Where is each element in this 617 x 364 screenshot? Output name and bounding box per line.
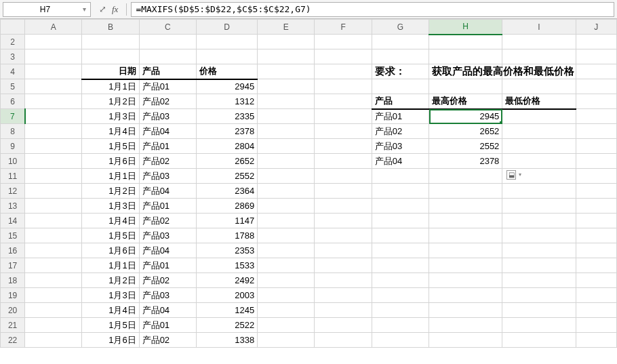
cell-E4[interactable] [258, 64, 315, 79]
cell-H21[interactable] [429, 318, 502, 333]
cell-A9[interactable] [25, 139, 82, 154]
cell-A12[interactable] [25, 184, 82, 199]
spreadsheet-grid[interactable]: ABCDEFGHIJ234日期产品价格要求：获取产品的最高价格和最低价格51月1… [0, 19, 617, 348]
cell-H7[interactable]: 2945 [429, 109, 502, 124]
cell-B19[interactable]: 1月3日 [82, 288, 139, 303]
col-header-D[interactable]: D [196, 20, 257, 35]
cell-D22[interactable]: 1338 [196, 333, 257, 348]
cell-B14[interactable]: 1月4日 [82, 214, 139, 228]
cell-E17[interactable] [258, 258, 315, 273]
cell-D5[interactable]: 2945 [196, 79, 257, 94]
cell-E2[interactable] [258, 35, 315, 49]
row-header-22[interactable]: 22 [1, 333, 25, 348]
cell-J14[interactable] [576, 214, 616, 228]
cell-J6[interactable] [576, 94, 616, 109]
cell-H6[interactable]: 最高价格 [429, 94, 502, 109]
cell-H11[interactable] [429, 169, 502, 184]
row-header-15[interactable]: 15 [1, 228, 25, 243]
cell-A10[interactable] [25, 154, 82, 169]
cell-I13[interactable] [502, 199, 576, 214]
cell-G10[interactable]: 产品04 [372, 154, 429, 169]
cell-H22[interactable] [429, 333, 502, 348]
cell-I7[interactable] [502, 109, 576, 124]
col-header-G[interactable]: G [372, 20, 429, 35]
cell-A22[interactable] [25, 333, 82, 348]
cell-I6[interactable]: 最低价格 [502, 94, 576, 109]
cell-F2[interactable] [315, 35, 372, 49]
cell-D19[interactable]: 2003 [196, 288, 257, 303]
row-header-18[interactable]: 18 [1, 273, 25, 288]
cell-F10[interactable] [315, 154, 372, 169]
cell-C8[interactable]: 产品04 [139, 124, 196, 139]
cell-E10[interactable] [258, 154, 315, 169]
row-header-8[interactable]: 8 [1, 124, 25, 139]
cell-C21[interactable]: 产品01 [139, 318, 196, 333]
cell-B13[interactable]: 1月3日 [82, 199, 139, 214]
cell-G19[interactable] [372, 288, 429, 303]
zoom-icon[interactable]: ⤢ [99, 4, 106, 14]
cell-I2[interactable] [502, 35, 576, 49]
cell-I21[interactable] [502, 318, 576, 333]
cell-J21[interactable] [576, 318, 616, 333]
cell-G4[interactable]: 要求： [372, 64, 429, 79]
cell-J15[interactable] [576, 228, 616, 243]
cell-B21[interactable]: 1月5日 [82, 318, 139, 333]
row-header-21[interactable]: 21 [1, 318, 25, 333]
cell-B18[interactable]: 1月2日 [82, 273, 139, 288]
cell-B12[interactable]: 1月2日 [82, 184, 139, 199]
cell-H10[interactable]: 2378 [429, 154, 502, 169]
cell-F8[interactable] [315, 124, 372, 139]
cell-C19[interactable]: 产品03 [139, 288, 196, 303]
row-header-16[interactable]: 16 [1, 243, 25, 258]
cell-D9[interactable]: 2804 [196, 139, 257, 154]
cell-H3[interactable] [429, 49, 502, 64]
cell-G16[interactable] [372, 243, 429, 258]
cell-C7[interactable]: 产品03 [139, 109, 196, 124]
cell-F5[interactable] [315, 79, 372, 94]
cell-G17[interactable] [372, 258, 429, 273]
cell-A19[interactable] [25, 288, 82, 303]
cell-E18[interactable] [258, 273, 315, 288]
cell-E21[interactable] [258, 318, 315, 333]
cell-A17[interactable] [25, 258, 82, 273]
cell-C2[interactable] [139, 35, 196, 49]
cell-C20[interactable]: 产品04 [139, 303, 196, 318]
cell-B5[interactable]: 1月1日 [82, 79, 139, 94]
cell-A14[interactable] [25, 214, 82, 228]
cell-E20[interactable] [258, 303, 315, 318]
cell-F4[interactable] [315, 64, 372, 79]
cell-D17[interactable]: 1533 [196, 258, 257, 273]
autofill-dropdown-icon[interactable]: ▾ [519, 171, 521, 178]
cell-C13[interactable]: 产品01 [139, 199, 196, 214]
cell-F19[interactable] [315, 288, 372, 303]
cell-I18[interactable] [502, 273, 576, 288]
cell-H9[interactable]: 2552 [429, 139, 502, 154]
cell-F12[interactable] [315, 184, 372, 199]
cell-E7[interactable] [258, 109, 315, 124]
cell-J11[interactable] [576, 169, 616, 184]
cell-G12[interactable] [372, 184, 429, 199]
cell-B17[interactable]: 1月1日 [82, 258, 139, 273]
cell-G6[interactable]: 产品 [372, 94, 429, 109]
cell-A21[interactable] [25, 318, 82, 333]
row-header-11[interactable]: 11 [1, 169, 25, 184]
cell-C17[interactable]: 产品01 [139, 258, 196, 273]
cell-H8[interactable]: 2652 [429, 124, 502, 139]
cell-F21[interactable] [315, 318, 372, 333]
cell-F14[interactable] [315, 214, 372, 228]
col-header-J[interactable]: J [576, 20, 616, 35]
cell-C4[interactable]: 产品 [139, 64, 196, 79]
cell-B16[interactable]: 1月6日 [82, 243, 139, 258]
cell-G22[interactable] [372, 333, 429, 348]
cell-H14[interactable] [429, 214, 502, 228]
col-header-E[interactable]: E [258, 20, 315, 35]
cell-F9[interactable] [315, 139, 372, 154]
row-header-9[interactable]: 9 [1, 139, 25, 154]
row-header-10[interactable]: 10 [1, 154, 25, 169]
cell-D2[interactable] [196, 35, 257, 49]
row-header-12[interactable]: 12 [1, 184, 25, 199]
row-header-7[interactable]: 7 [1, 109, 25, 124]
cell-J9[interactable] [576, 139, 616, 154]
cell-I9[interactable] [502, 139, 576, 154]
cell-I19[interactable] [502, 288, 576, 303]
